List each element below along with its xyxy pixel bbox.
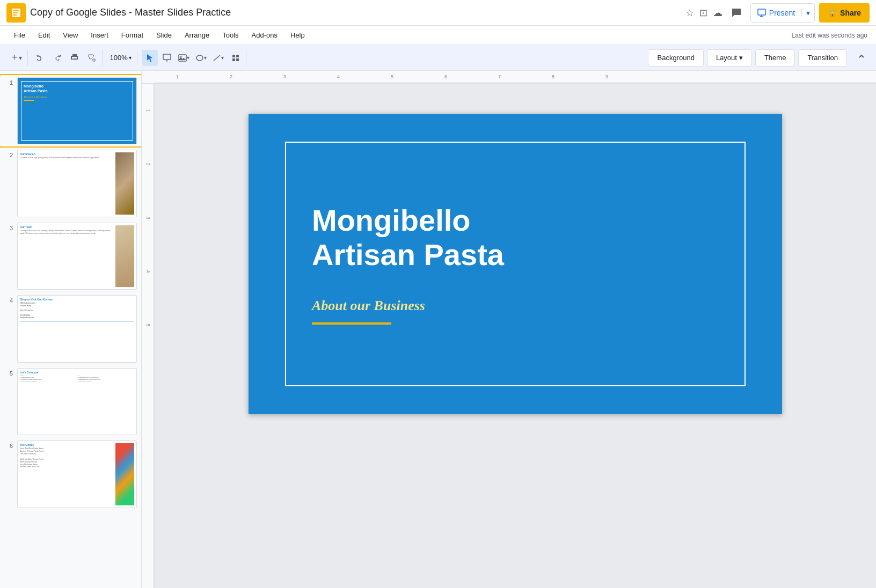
add-slide-button[interactable]: + ▾: [9, 50, 25, 66]
menu-format[interactable]: Format: [116, 29, 149, 41]
history-group: [30, 50, 103, 66]
slide-thumb-3[interactable]: Our Team Come join the team! Our manager…: [17, 223, 137, 290]
svg-rect-15: [236, 55, 239, 57]
slide-canvas[interactable]: Mongibello Artisan Pasta About our Busin…: [249, 114, 782, 414]
title-bar: Copy of Google Slides - Master Slides Pr…: [0, 0, 876, 26]
comment-button[interactable]: [727, 3, 746, 23]
slide-number-4: 4: [4, 295, 13, 304]
menu-file[interactable]: File: [9, 29, 31, 41]
menu-arrange[interactable]: Arrange: [179, 29, 215, 41]
svg-text:1: 1: [176, 74, 179, 79]
layout-arrow: ▾: [739, 54, 743, 62]
slide-3-image: [115, 225, 134, 287]
text-tool-button[interactable]: [159, 50, 175, 66]
paint-format-button[interactable]: [84, 50, 100, 66]
menu-bar: File Edit View Insert Format Slide Arran…: [0, 26, 876, 45]
zoom-group: 100% ▾: [105, 50, 137, 66]
menu-addons[interactable]: Add-ons: [246, 29, 283, 41]
svg-rect-17: [236, 58, 239, 61]
svg-line-13: [214, 55, 220, 61]
menu-edit[interactable]: Edit: [33, 29, 55, 41]
slide-main-title: Mongibello Artisan Pasta: [312, 203, 719, 273]
slide-2-text: To make of blue high quality pasta lines…: [20, 157, 114, 159]
slide-item-3[interactable]: 3 Our Team Come join the team! Our manag…: [0, 220, 141, 292]
star-icon[interactable]: ☆: [685, 7, 694, 19]
slide-panel: 1 MongibelloArtisan Pasta About our Busi…: [0, 71, 142, 588]
menu-help[interactable]: Help: [285, 29, 310, 41]
svg-text:4: 4: [337, 74, 340, 79]
slide-wrapper: Mongibello Artisan Pasta About our Busin…: [231, 97, 799, 431]
slide-item-5[interactable]: 5 Let's Compare Them:• Traditional pasta…: [0, 366, 141, 437]
canvas-area[interactable]: 1 2 3 4 5 6 7 8 9 1 2 3 4 5: [142, 71, 876, 588]
svg-rect-10: [179, 55, 186, 61]
drive-icon[interactable]: ⊡: [699, 7, 707, 19]
svg-text:9: 9: [605, 74, 608, 79]
shapes-tool-button[interactable]: ▾: [193, 50, 209, 66]
slide-number-2: 2: [4, 150, 13, 158]
slide-item-6[interactable]: 6 The Goods Semi Bold Best Pasta Name An…: [0, 438, 141, 510]
slide-number-1: 1: [4, 77, 13, 86]
theme-button[interactable]: Theme: [755, 49, 795, 67]
slide-thumb-5[interactable]: Let's Compare Them:• Traditional pasta f…: [17, 368, 137, 435]
layout-button[interactable]: Layout ▾: [707, 49, 752, 67]
svg-text:8: 8: [552, 74, 554, 79]
collapse-toolbar-button[interactable]: [853, 50, 870, 66]
slide-2-title: Our Mission: [20, 152, 114, 156]
slide-thumb-2[interactable]: Our Mission To make of blue high quality…: [17, 150, 137, 217]
lines-dropdown: ▾: [221, 55, 224, 61]
lines-tool-button[interactable]: ▾: [210, 50, 227, 66]
image-tool-button[interactable]: ▾: [176, 50, 192, 66]
slide-2-image: [115, 152, 134, 214]
slide-item-1[interactable]: 1 MongibelloArtisan Pasta About our Busi…: [0, 75, 141, 146]
present-label: Present: [769, 9, 795, 17]
horizontal-ruler: 1 2 3 4 5 6 7 8 9: [142, 71, 876, 84]
print-button[interactable]: [67, 50, 83, 66]
slide-5-col1: Them:• Traditional pasta forms• Conventi…: [20, 375, 77, 383]
menu-tools[interactable]: Tools: [217, 29, 244, 41]
undo-button[interactable]: [32, 50, 48, 66]
menu-insert[interactable]: Insert: [85, 29, 114, 41]
svg-rect-5: [758, 9, 765, 15]
slide-item-4[interactable]: 4 Shop or Visit Our Kitchen 1009 Craftsm…: [0, 293, 141, 364]
slide-thumb-4[interactable]: Shop or Visit Our Kitchen 1009 Craftsman…: [17, 295, 137, 362]
svg-rect-3: [13, 12, 18, 13]
slide-5-col2: Us:• Unique pasta by hand preparation• U…: [78, 375, 135, 383]
select-tool-button[interactable]: [142, 50, 158, 66]
slide-6-image: [115, 443, 134, 505]
slide-4-title: Shop or Visit Our Kitchen: [20, 298, 134, 301]
slide-3-text: Come join the team! Our manager Brady Sm…: [20, 230, 114, 235]
present-main-button[interactable]: Present: [751, 9, 802, 17]
extras-tool-button[interactable]: [228, 50, 244, 66]
zoom-button[interactable]: 100% ▾: [107, 50, 135, 66]
menu-slide[interactable]: Slide: [151, 29, 177, 41]
slide-4-text: 1009 Craftsman DrivePortland, Maine 900-…: [20, 302, 134, 319]
slide-thumb-6[interactable]: The Goods Semi Bold Best Pasta Name Anot…: [17, 440, 137, 508]
share-button[interactable]: 🔒 Share: [819, 3, 870, 23]
add-group: + ▾: [6, 50, 28, 66]
slide-item-2[interactable]: 2 Our Mission To make of blue high quali…: [0, 148, 141, 219]
shapes-dropdown: ▾: [204, 55, 207, 61]
svg-rect-2: [13, 10, 19, 11]
add-dropdown-arrow: ▾: [19, 54, 22, 62]
slide-5-title: Let's Compare: [20, 371, 134, 374]
present-dropdown-arrow[interactable]: ▾: [802, 9, 814, 17]
app-icon: [6, 3, 26, 23]
menu-view[interactable]: View: [57, 29, 83, 41]
slide-6-text: Semi Bold Best Pasta Name Another Tomato…: [20, 447, 114, 468]
toolbar: + ▾ 100% ▾: [0, 45, 876, 71]
slide-decorative-line: [312, 322, 391, 325]
slide-number-5: 5: [4, 368, 13, 377]
title-right: Present ▾ 🔒 Share: [727, 3, 870, 23]
slide-thumb-1[interactable]: MongibelloArtisan Pasta About our Busine…: [17, 77, 137, 144]
select-tools-group: ▾ ▾ ▾: [140, 50, 246, 66]
cloud-icon[interactable]: ☁: [713, 7, 722, 19]
background-button[interactable]: Background: [648, 49, 703, 67]
transition-button[interactable]: Transition: [798, 49, 847, 67]
svg-rect-4: [13, 14, 17, 16]
svg-rect-16: [232, 58, 235, 61]
slide-content-box: Mongibello Artisan Pasta About our Busin…: [285, 142, 746, 386]
redo-button[interactable]: [49, 50, 65, 66]
slide-1-thumb-title: MongibelloArtisan Pasta: [24, 84, 130, 93]
svg-text:1: 1: [145, 109, 151, 112]
zoom-arrow: ▾: [129, 55, 132, 61]
